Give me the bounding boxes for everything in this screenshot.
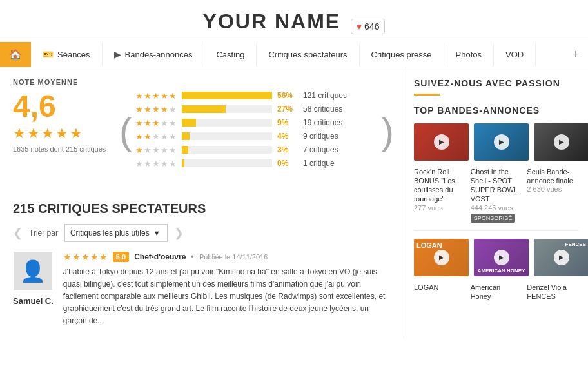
video-thumb-1[interactable]: ▶ xyxy=(414,123,469,161)
bar-pct-1: 3% xyxy=(277,145,298,154)
filter-value: Critiques les plus utiles xyxy=(70,228,150,238)
bar-fill-0 xyxy=(182,159,184,167)
video-grid-row2: ▶ LOGAN ▶ AMERICAN HONEY ▶ FENCES xyxy=(414,239,578,276)
home-icon: 🏠 xyxy=(9,48,22,61)
bar-row-1: ★★★★★ 3% 7 critiques xyxy=(135,145,378,155)
divider xyxy=(414,230,578,231)
video-thumb-4[interactable]: ▶ LOGAN xyxy=(414,239,469,276)
video-thumb-2[interactable]: ▶ xyxy=(474,123,529,161)
play-button-3[interactable]: ▶ xyxy=(554,134,569,150)
star-5-half: ★ xyxy=(70,125,83,142)
bar-row-3: ★★★★★ 9% 19 critiques xyxy=(135,118,378,128)
reviewer-avatar: 👤 xyxy=(14,252,52,290)
nav-item-seances[interactable]: 🎫 Séances xyxy=(31,43,103,66)
nav-item-photos[interactable]: Photos xyxy=(444,43,494,66)
avatar-icon: 👤 xyxy=(20,259,46,283)
bar-count-1: 7 critiques xyxy=(303,145,338,154)
play-button-5[interactable]: ▶ xyxy=(494,250,509,265)
bar-track-1 xyxy=(182,146,272,154)
bar-fill-1 xyxy=(182,146,188,154)
review-type: Chef-d'oeuvre xyxy=(134,252,186,261)
bar-stars-4: ★★★★★ xyxy=(135,105,177,114)
play-button-6[interactable]: ▶ xyxy=(554,250,569,265)
bar-track-3 xyxy=(182,119,272,127)
nav-label-photos: Photos xyxy=(456,50,482,59)
bar-row-5: ★★★★★ 56% 121 critiques xyxy=(135,91,378,101)
star-2: ★ xyxy=(27,125,40,142)
sponsored-badge: SPONSORISÉ xyxy=(471,214,516,223)
page-header: YOUR NAME ♥ 646 xyxy=(0,0,588,41)
page-title: YOUR NAME xyxy=(203,10,341,33)
nav-item-casting[interactable]: Casting xyxy=(204,43,257,66)
video-views-2: 444 245 vues xyxy=(471,204,522,212)
nav-item-critiques-spectateurs[interactable]: Critiques spectateurs xyxy=(257,43,359,66)
video-thumb-3[interactable]: ▶ xyxy=(534,123,588,161)
likes-badge[interactable]: ♥ 646 xyxy=(351,19,386,34)
play-button-4[interactable]: ▶ xyxy=(434,250,449,265)
suivez-title: SUIVEZ-NOUS AVEC PASSION xyxy=(414,78,578,88)
review-text: J'habite à Tokyo depuis 12 ans et j'ai p… xyxy=(63,266,391,328)
nav-label-critiques-spectateurs: Critiques spectateurs xyxy=(268,50,347,59)
bar-fill-3 xyxy=(182,119,196,127)
bar-fill-5 xyxy=(182,92,272,99)
reviewer-name: Samuel C. xyxy=(13,296,54,306)
star-1: ★ xyxy=(13,125,26,142)
video-thumb-6[interactable]: ▶ FENCES xyxy=(534,239,588,276)
bar-count-4: 58 critiques xyxy=(303,105,342,114)
filter-select[interactable]: Critiques les plus utiles ▼ xyxy=(64,224,168,242)
main-content: NOTE MOYENNE 4,6 ★ ★ ★ ★ ★ 1635 notes do… xyxy=(0,68,588,338)
left-column: NOTE MOYENNE 4,6 ★ ★ ★ ★ ★ 1635 notes do… xyxy=(0,68,404,338)
review-content: ★ ★ ★ ★ ★ 5.0 Chef-d'oeuvre • Publiée le… xyxy=(63,252,391,328)
curve-left-icon: ( xyxy=(119,112,132,151)
critiques-title: 215 CRITIQUES SPECTATEURS xyxy=(13,201,391,216)
nav-item-critiques-presse[interactable]: Critiques presse xyxy=(360,43,444,66)
ticket-icon: 🎫 xyxy=(43,49,54,59)
video-title-6: Denzel Viola FENCES xyxy=(527,283,578,301)
nav-more-button[interactable]: + xyxy=(563,41,588,68)
likes-count: 646 xyxy=(364,21,379,32)
prev-arrow[interactable]: ❮ xyxy=(13,226,23,240)
bar-count-5: 121 critiques xyxy=(303,91,347,100)
next-arrow[interactable]: ❯ xyxy=(174,226,184,240)
nav-home-button[interactable]: 🏠 xyxy=(0,42,31,67)
bar-pct-5: 56% xyxy=(277,91,298,100)
nav-label-seances: Séances xyxy=(57,50,90,59)
video-thumb-5[interactable]: ▶ AMERICAN HONEY xyxy=(474,239,529,276)
video-desc-3: Seuls Bande-annonce finale 2 630 vues xyxy=(527,167,578,223)
nav-label-critiques-presse: Critiques presse xyxy=(371,50,432,59)
video-title-2: Ghost in the Shell - SPOT SUPER BOWL VOS… xyxy=(471,167,522,204)
bar-stars-1: ★★★★★ xyxy=(135,145,177,155)
average-number: 4,6 xyxy=(13,91,110,122)
suivez-underline xyxy=(414,94,440,96)
top-ba-title: TOP BANDES-ANNONCES xyxy=(414,105,578,116)
critiques-section: 215 CRITIQUES SPECTATEURS ❮ Trier par Cr… xyxy=(13,201,391,328)
bar-stars-0: ★★★★★ xyxy=(135,159,177,168)
bar-count-0: 1 critique xyxy=(303,159,335,168)
star-3: ★ xyxy=(41,125,54,142)
note-label: NOTE MOYENNE xyxy=(13,78,110,86)
nav-label-casting: Casting xyxy=(216,50,244,59)
play-button-1[interactable]: ▶ xyxy=(434,134,449,150)
dropdown-arrow-icon: ▼ xyxy=(153,229,161,237)
bar-stars-5: ★★★★★ xyxy=(135,91,177,101)
bar-fill-2 xyxy=(182,132,190,140)
average-box: NOTE MOYENNE 4,6 ★ ★ ★ ★ ★ 1635 notes do… xyxy=(13,78,110,185)
nav-item-vod[interactable]: VOD xyxy=(494,43,536,66)
video-desc-6: Denzel Viola FENCES xyxy=(527,283,578,301)
bar-track-5 xyxy=(182,92,272,99)
rating-section: NOTE MOYENNE 4,6 ★ ★ ★ ★ ★ 1635 notes do… xyxy=(13,78,391,185)
video-desc-2: Ghost in the Shell - SPOT SUPER BOWL VOS… xyxy=(471,167,522,223)
video-desc-5: American Honey xyxy=(471,283,522,301)
notes-count: 1635 notes dont 215 critiques xyxy=(13,145,110,153)
bar-track-2 xyxy=(182,132,272,140)
play-circle-icon: ▶ xyxy=(114,49,121,59)
video-title-4: LOGAN xyxy=(414,283,466,292)
bar-track-0 xyxy=(182,159,272,167)
review-date: Publiée le 14/11/2016 xyxy=(199,253,268,261)
bar-pct-4: 27% xyxy=(277,105,298,114)
star-4: ★ xyxy=(55,125,68,142)
nav-item-bandes-annonces[interactable]: ▶ Bandes-annonces xyxy=(103,43,205,66)
play-button-2[interactable]: ▶ xyxy=(494,134,509,150)
bar-pct-0: 0% xyxy=(277,159,298,168)
bar-pct-2: 4% xyxy=(277,132,298,141)
